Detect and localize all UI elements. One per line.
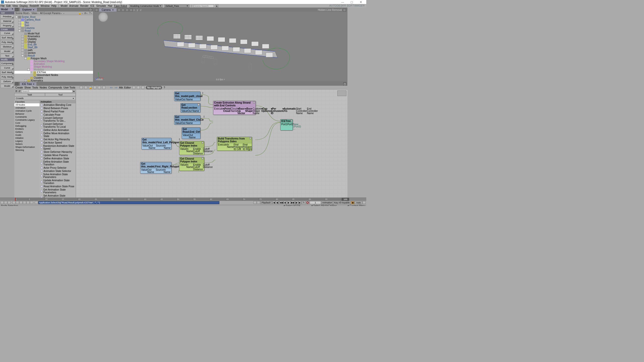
node-collapse-icon[interactable]: [253, 101, 255, 103]
tree-item[interactable]: -Modeling: [14, 68, 93, 71]
anim-tool-icon[interactable]: [363, 201, 366, 204]
loop-button[interactable]: ↻: [302, 201, 306, 204]
tree-expand-icon[interactable]: +: [24, 79, 27, 82]
pass-dropdown[interactable]: Default_Pass: [164, 5, 189, 8]
ice-tb-icon-6[interactable]: [132, 86, 135, 89]
ice-tb-lock-icon[interactable]: 🔒: [89, 86, 92, 89]
node-build-transforms[interactable]: Build Transforms from Polygons Sides Exe…: [217, 137, 252, 151]
node-compound-row[interactable]: Define Animation State: [39, 157, 76, 160]
category-row[interactable]: Animation Cycle: [14, 109, 39, 112]
ice-tb-icon-1[interactable]: [80, 86, 83, 89]
btn-component[interactable]: Component: [1, 61, 14, 65]
node-collapse-icon[interactable]: [250, 137, 251, 139]
vp-menu-icon[interactable]: [95, 9, 98, 12]
category-row[interactable]: Initialize: [14, 137, 39, 140]
node-compound-row[interactable]: Animation State Selector: [39, 169, 76, 173]
tree-expand-icon[interactable]: +: [21, 52, 24, 54]
layout-icon-3[interactable]: [8, 201, 11, 204]
btn-mod-polymesh[interactable]: Poly. Mesh: [1, 75, 14, 79]
menu-redshift[interactable]: Redshift: [30, 5, 39, 7]
vp-icon-4[interactable]: [130, 9, 133, 12]
category-row[interactable]: Behavior: [14, 112, 39, 115]
menu-hair[interactable]: Hair: [108, 5, 112, 7]
timeline-playhead[interactable]: [15, 198, 16, 201]
node-collapse-icon[interactable]: [291, 120, 292, 122]
lib-tab-tool[interactable]: Tool: [45, 93, 76, 96]
node-create-extrusion[interactable]: Create Extrusion Along Strand with End C…: [213, 101, 256, 115]
menu-ice[interactable]: ICE: [90, 5, 95, 7]
btn-material[interactable]: Material: [1, 19, 14, 23]
lock-icon[interactable]: 🔒: [78, 12, 83, 15]
tree-expand-icon[interactable]: +: [30, 71, 33, 73]
node-compound-row[interactable]: Define Animation State Transition: [39, 160, 76, 166]
node-closest-polygon-index-2[interactable]: Get Closest Polygon Index ValueIn NameEn…: [179, 157, 204, 171]
script-command-input[interactable]: [38, 201, 219, 204]
scope-scene-root[interactable]: Scene Root: [15, 12, 30, 15]
help-icon[interactable]: ?: [89, 12, 92, 15]
category-row[interactable]: Shape Deformation: [14, 146, 39, 149]
node-get-road-end-ctrl[interactable]: Get Road.End_Ctrl ValueOut Name: [182, 127, 200, 139]
node-compound-row[interactable]: Actor Proxy Selector: [39, 166, 76, 169]
vp-icon-1[interactable]: [117, 9, 120, 12]
btn-property[interactable]: Property: [1, 24, 14, 28]
category-row[interactable]: Debugging: [14, 124, 39, 127]
play-back-button[interactable]: ◀: [283, 201, 287, 204]
category-row[interactable]: Animation: [14, 106, 39, 109]
node-get-first-left-polygon[interactable]: Get this_model.First_Left_Polygon ValueO…: [141, 138, 172, 150]
tree-expand-icon[interactable]: -: [21, 55, 24, 57]
lib-category-dropdown[interactable]: Crowds: [15, 97, 75, 100]
search-go-icon[interactable]: ▸: [216, 4, 218, 8]
ice-tb-icon-4[interactable]: [98, 86, 101, 89]
menu-display[interactable]: Display: [20, 5, 28, 7]
tree-item[interactable]: Shape Modeling: [14, 65, 93, 68]
goto-start-button[interactable]: |◀: [272, 201, 275, 204]
node-get-start-clsctr[interactable]: Get this_model.Start_ClsCtr ValueOut Nam…: [174, 115, 200, 125]
ice-menu-create[interactable]: Create: [15, 86, 23, 89]
tree-expand-icon[interactable]: +: [21, 41, 24, 43]
node-get-first-right-polygon[interactable]: Get this_model.First_Right_Polygon Value…: [140, 162, 172, 174]
node-compound-row[interactable]: Convert Deformer Transforms To Local: [39, 122, 76, 128]
ice-menu-compounds[interactable]: Compounds: [48, 86, 62, 89]
btn-deform[interactable]: Deform: [1, 79, 14, 83]
ice-highlight-dropdown[interactable]: No Highlight: [146, 86, 162, 89]
script-toggle-icon[interactable]: [35, 201, 38, 204]
node-compound-row[interactable]: Define Actor Animation: [39, 128, 76, 132]
scene-search-input[interactable]: [194, 5, 214, 8]
tree-item[interactable]: +Kinematics: [14, 35, 93, 38]
category-row[interactable]: Setters: [14, 143, 39, 146]
render-mode-dropdown[interactable]: Hidden Line Removal: [318, 9, 342, 11]
explorer-tab[interactable]: Explorer: [20, 8, 37, 11]
menu-view[interactable]: View: [12, 5, 18, 7]
category-row[interactable]: Constraints: [14, 115, 39, 118]
layout-icon-9[interactable]: [30, 201, 33, 204]
layout-icon-5[interactable]: [16, 201, 19, 204]
tree-expand-icon[interactable]: -: [24, 57, 27, 60]
layout-icon-2[interactable]: [4, 201, 7, 204]
ice-attr-editor-button[interactable]: Attr. Editor: [119, 86, 131, 89]
ice-tb-icon-8[interactable]: [141, 86, 144, 89]
tree-item[interactable]: +Columns: [14, 27, 93, 29]
node-compound-row[interactable]: Blend Between Poses: [39, 107, 76, 110]
lib-tab-task[interactable]: Task: [14, 93, 45, 96]
audio-button[interactable]: 🔇: [306, 201, 309, 204]
layout-icon-1[interactable]: [1, 201, 4, 204]
tree-item[interactable]: Secondary Shape Modeling: [14, 60, 93, 63]
menu-animate[interactable]: Animate: [69, 5, 78, 7]
category-row[interactable]: Legacy: [14, 140, 39, 143]
menu-edit[interactable]: Edit: [6, 5, 11, 7]
ice-nav-fwd-icon[interactable]: ⇒: [114, 85, 117, 89]
btn-mod-model[interactable]: Model: [1, 84, 14, 88]
node-category-list[interactable]: FavoritesAll NodesAnimationAnimation Cyc…: [14, 100, 39, 206]
tree-item[interactable]: -Scene_Root: [14, 16, 93, 18]
node-compound-row[interactable]: Solve Animation State Parameters: [39, 173, 76, 179]
tree-item[interactable]: Model Null: [14, 32, 93, 35]
node-collapse-icon[interactable]: [202, 142, 203, 144]
ice-help-icon[interactable]: ?: [164, 86, 165, 89]
prev-frame-button[interactable]: ◀◀: [279, 201, 283, 204]
btn-text[interactable]: Text: [1, 54, 14, 58]
btn-skeleton[interactable]: Skeleton: [1, 45, 14, 49]
ice-nav-back-icon[interactable]: ⇐: [110, 85, 113, 89]
tree-item[interactable]: +path: [14, 49, 93, 52]
next-key-button[interactable]: |▶: [295, 201, 298, 204]
node-compound-row[interactable]: Convert Deformer Transforms To Glo...: [39, 116, 76, 122]
